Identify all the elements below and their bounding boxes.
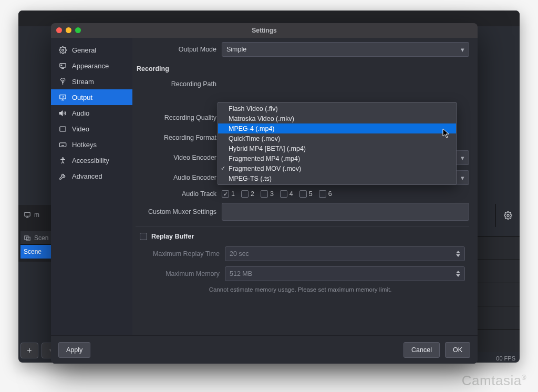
svg-point-5 xyxy=(507,214,509,216)
add-button[interactable]: + xyxy=(20,343,38,358)
sidebar-item-label: Accessibility xyxy=(72,157,109,164)
sidebar-item-accessibility[interactable]: Accessibility xyxy=(51,152,132,168)
format-option-mp4[interactable]: MPEG-4 (.mp4) xyxy=(218,123,456,133)
replay-memory-row: Maximum Memory 512 MB xyxy=(136,266,465,281)
format-option-fragmented-mp4[interactable]: Fragmented MP4 (.mp4) xyxy=(218,153,456,163)
recording-path-row: Recording Path xyxy=(132,77,469,91)
sidebar-item-stream[interactable]: Stream xyxy=(51,74,132,89)
replay-memory-message: Cannot estimate memory usage. Please set… xyxy=(136,286,465,293)
output-mode-select[interactable]: Simple ▾ xyxy=(222,42,469,57)
sidebar-item-label: General xyxy=(72,46,96,54)
stepper-icon[interactable] xyxy=(456,271,460,277)
audio-track-5-checkbox[interactable]: 5 xyxy=(299,190,313,198)
fps-readout: 00 FPS xyxy=(496,355,515,362)
format-option-fragmented-mov[interactable]: ✓Fragmented MOV (.mov) xyxy=(218,163,456,173)
sidebar-item-audio[interactable]: Audio xyxy=(51,105,132,121)
settings-sidebar: General Appearance Stream Output Audio V… xyxy=(51,38,132,335)
sidebar-item-output[interactable]: Output xyxy=(51,89,132,105)
audio-encoder-label: Audio Encoder xyxy=(132,174,222,181)
muxer-label: Custom Muxer Settings xyxy=(132,208,222,215)
sidebar-item-appearance[interactable]: Appearance xyxy=(51,58,132,74)
sidebar-item-label: Hotkeys xyxy=(72,141,97,149)
replay-time-row: Maximum Replay Time 20 sec xyxy=(136,246,465,261)
format-option-mpeg-ts[interactable]: MPEG-TS (.ts) xyxy=(218,173,456,183)
watermark: Camtasia® xyxy=(462,373,526,389)
replay-memory-input[interactable]: 512 MB xyxy=(225,266,465,281)
output-mode-value: Simple xyxy=(226,46,246,53)
zoom-window-button[interactable] xyxy=(75,27,81,33)
apply-button[interactable]: Apply xyxy=(58,342,90,358)
background-right-panel: 00 FPS xyxy=(472,26,520,363)
audio-icon xyxy=(58,109,67,117)
minimize-window-button[interactable] xyxy=(66,27,71,33)
monitor-icon xyxy=(24,211,31,219)
sidebar-item-label: Appearance xyxy=(72,62,109,70)
sidebar-item-label: Output xyxy=(72,94,92,101)
replay-buffer-checkbox[interactable] xyxy=(140,233,147,240)
audio-track-2-checkbox[interactable]: 2 xyxy=(241,190,254,198)
replay-memory-value: 512 MB xyxy=(230,270,252,277)
replay-memory-label: Maximum Memory xyxy=(136,270,225,277)
svg-point-7 xyxy=(61,49,64,51)
audio-track-4-checkbox[interactable]: 4 xyxy=(280,190,293,198)
recording-format-label: Recording Format xyxy=(132,134,222,141)
format-option-mov[interactable]: QuickTime (.mov) xyxy=(218,133,456,143)
svg-rect-0 xyxy=(25,212,30,216)
svg-point-9 xyxy=(61,65,62,66)
audio-track-3-checkbox[interactable]: 3 xyxy=(261,190,274,198)
ok-button[interactable]: OK xyxy=(445,342,470,358)
accessibility-icon xyxy=(58,156,67,164)
svg-rect-15 xyxy=(59,142,66,147)
chevron-down-icon: ▾ xyxy=(461,154,464,162)
sidebar-item-advanced[interactable]: Advanced xyxy=(51,168,132,184)
sidebar-item-label: Video xyxy=(72,125,89,133)
sidebar-item-general[interactable]: General xyxy=(51,42,132,58)
settings-dialog: Settings General Appearance Stream Outpu… xyxy=(51,23,478,364)
format-option-hybrid-mp4[interactable]: Hybrid MP4 [BETA] (.mp4) xyxy=(218,143,456,153)
monitor-row-text: m xyxy=(34,211,39,219)
replay-time-input[interactable]: 20 sec xyxy=(225,246,465,261)
gear-icon xyxy=(58,46,67,54)
scenes-icon xyxy=(24,234,31,242)
sidebar-item-label: Audio xyxy=(72,109,89,117)
video-icon xyxy=(58,125,67,133)
replay-buffer-section: Replay Buffer Maximum Replay Time 20 sec… xyxy=(136,226,469,298)
replay-buffer-title: Replay Buffer xyxy=(151,233,194,240)
traffic-lights xyxy=(56,27,81,33)
dialog-footer: Apply Cancel OK xyxy=(51,335,478,364)
sidebar-item-label: Stream xyxy=(72,78,94,86)
replay-time-label: Maximum Replay Time xyxy=(136,250,225,257)
svg-point-21 xyxy=(62,157,64,159)
recording-format-dropdown: Flash Video (.flv) Matroska Video (.mkv)… xyxy=(218,102,457,185)
scene-name: Scene xyxy=(24,248,42,255)
close-window-button[interactable] xyxy=(56,27,62,33)
scenes-header-text: Scen xyxy=(34,234,48,242)
settings-main: Output Mode Simple ▾ Recording Recording… xyxy=(132,38,478,335)
stream-icon xyxy=(58,77,67,86)
audio-track-6-checkbox[interactable]: 6 xyxy=(319,190,332,198)
sidebar-item-label: Advanced xyxy=(72,172,102,180)
chevron-down-icon: ▾ xyxy=(461,174,464,182)
gear-icon xyxy=(504,211,512,220)
format-option-flv[interactable]: Flash Video (.flv) xyxy=(218,104,456,114)
stepper-icon[interactable] xyxy=(456,251,460,257)
format-option-mkv[interactable]: Matroska Video (.mkv) xyxy=(218,114,456,123)
audio-track-row: Audio Track 1 2 3 4 5 6 xyxy=(132,190,469,198)
sidebar-item-video[interactable]: Video xyxy=(51,121,132,137)
settings-gear-cell[interactable] xyxy=(495,204,520,227)
output-icon xyxy=(58,93,67,101)
audio-track-1-checkbox[interactable]: 1 xyxy=(222,190,235,198)
background-right-blocks xyxy=(472,236,520,352)
appearance-icon xyxy=(58,61,67,70)
replay-time-value: 20 sec xyxy=(230,250,249,257)
titlebar: Settings xyxy=(51,23,478,38)
muxer-input[interactable] xyxy=(222,203,469,221)
muxer-row: Custom Muxer Settings xyxy=(132,203,469,221)
window-title: Settings xyxy=(252,27,276,34)
sidebar-item-hotkeys[interactable]: Hotkeys xyxy=(51,137,132,152)
advanced-icon xyxy=(58,172,67,180)
recording-quality-label: Recording Quality xyxy=(132,114,222,121)
output-mode-label: Output Mode xyxy=(132,46,222,53)
recording-section-title: Recording xyxy=(132,62,469,77)
cancel-button[interactable]: Cancel xyxy=(404,342,440,358)
